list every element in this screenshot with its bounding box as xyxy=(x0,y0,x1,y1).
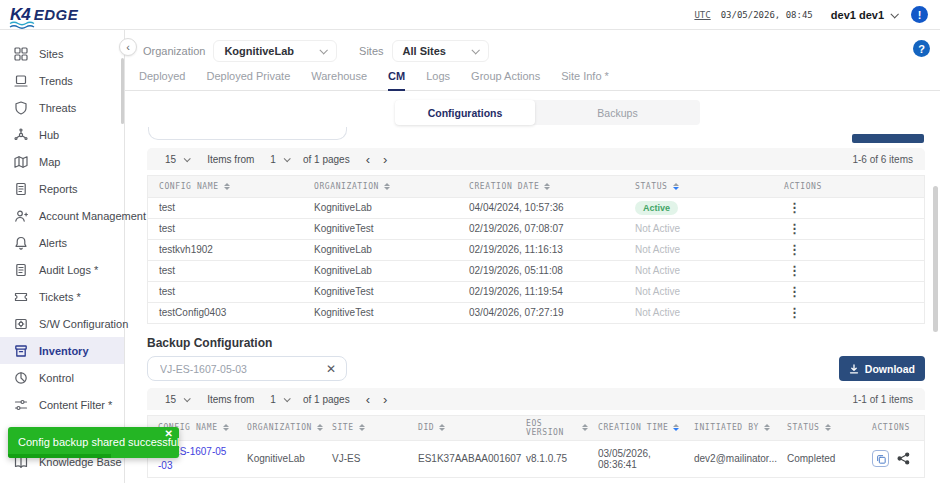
column-actions: ACTIONS xyxy=(773,176,924,197)
kebab-menu-icon[interactable]: ⋮ xyxy=(784,200,805,215)
sort-icon[interactable] xyxy=(764,424,770,431)
column-did[interactable]: DID xyxy=(408,416,516,440)
window-scrollbar[interactable] xyxy=(933,186,938,332)
document-icon xyxy=(14,262,29,277)
config-table-row: testKognitiveLab02/19/2026, 05:11:08Not … xyxy=(148,260,924,281)
sidebar-nav: Sites Trends Threats Hub Map Reports Acc… xyxy=(0,30,125,483)
kebab-menu-icon[interactable]: ⋮ xyxy=(784,284,805,299)
page-size-select[interactable]: 15 xyxy=(165,154,189,165)
sort-icon[interactable] xyxy=(582,424,588,431)
sidebar-item-sites[interactable]: Sites xyxy=(0,40,124,67)
close-icon[interactable]: ✕ xyxy=(165,428,173,439)
sidebar-item-kontrol[interactable]: Kontrol xyxy=(0,364,124,391)
user-menu[interactable]: dev1 dev1 xyxy=(831,9,884,21)
tab-deployed[interactable]: Deployed xyxy=(139,62,185,90)
organization-select[interactable]: KognitiveLab xyxy=(213,40,337,62)
actions-cell: ⋮ xyxy=(773,218,924,239)
tab-site-info[interactable]: Site Info * xyxy=(561,62,609,90)
chevron-down-icon xyxy=(320,46,328,54)
sidebar-item-inventory[interactable]: Inventory xyxy=(0,337,124,364)
column-status[interactable]: STATUS xyxy=(624,176,773,197)
toggle-backups[interactable]: Backups xyxy=(535,100,700,125)
prev-page-button[interactable]: ‹ xyxy=(366,393,370,406)
tab-logs[interactable]: Logs xyxy=(426,62,450,90)
kebab-menu-icon[interactable]: ⋮ xyxy=(784,263,805,278)
help-icon[interactable]: ? xyxy=(913,40,930,57)
status-cell: Not Active xyxy=(624,239,773,260)
configurations-table: CONFIG NAME ORGANIZATION CREATION DATE S… xyxy=(148,176,924,323)
sites-select[interactable]: All Sites xyxy=(392,40,489,62)
sidebar-item-hub[interactable]: Hub xyxy=(0,121,124,148)
tab-group-actions[interactable]: Group Actions xyxy=(471,62,540,90)
sidebar-item-threats[interactable]: Threats xyxy=(0,94,124,121)
config-table-header-row: CONFIG NAME ORGANIZATION CREATION DATE S… xyxy=(148,176,924,197)
page-select[interactable]: 1 xyxy=(270,394,289,405)
kebab-menu-icon[interactable]: ⋮ xyxy=(784,242,805,257)
sidebar-item-reports[interactable]: Reports xyxy=(0,175,124,202)
sort-icon[interactable] xyxy=(544,183,550,190)
organization-label: Organization xyxy=(143,45,205,57)
status-text: Not Active xyxy=(635,286,680,297)
sidebar-item-map[interactable]: Map xyxy=(0,148,124,175)
timezone-toggle[interactable]: UTC xyxy=(694,10,710,20)
organization-cell: KognitiveLab xyxy=(303,197,458,218)
share-icon[interactable] xyxy=(897,452,910,465)
sort-icon[interactable] xyxy=(384,183,390,190)
next-page-button[interactable]: › xyxy=(383,153,387,166)
alert-badge-icon[interactable]: ! xyxy=(911,6,928,23)
next-page-button[interactable]: › xyxy=(383,393,387,406)
column-creation-date[interactable]: CREATION DATE xyxy=(458,176,624,197)
backup-search-input[interactable] xyxy=(148,363,316,375)
cropped-search-input[interactable] xyxy=(148,127,347,140)
eos-version-cell: v8.1.0.75 xyxy=(516,440,588,477)
toggle-configurations[interactable]: Configurations xyxy=(395,100,535,125)
sidebar-scrollbar[interactable] xyxy=(121,58,124,124)
sidebar-collapse-button[interactable]: ‹ xyxy=(119,38,137,56)
items-range-label: 1-6 of 6 items xyxy=(852,154,913,165)
copy-icon[interactable] xyxy=(872,450,889,467)
backups-table: CONFIG NAME ORGANIZATION SITE DID EOS VE… xyxy=(148,416,924,477)
sidebar-item-audit-logs[interactable]: Audit Logs * xyxy=(0,256,124,283)
toast-notification: Config backup shared successfully ✕ xyxy=(8,427,179,458)
column-initiated-by[interactable]: INITIATED BY xyxy=(684,416,777,440)
creation-date-cell: 03/04/2026, 07:27:19 xyxy=(458,302,624,323)
page-size-select[interactable]: 15 xyxy=(165,394,189,405)
sort-icon[interactable] xyxy=(825,424,831,431)
kebab-menu-icon[interactable]: ⋮ xyxy=(784,221,805,236)
sort-icon[interactable] xyxy=(359,424,365,431)
sort-icon-active[interactable] xyxy=(673,424,679,431)
backups-card: 15 Items from 1 of 1 pages ‹ › 1-1 of 1 … xyxy=(147,388,925,478)
chevron-down-icon[interactable] xyxy=(890,10,898,18)
sort-icon[interactable] xyxy=(224,183,230,190)
download-button[interactable]: Download xyxy=(839,356,925,381)
sidebar-item-tickets[interactable]: Tickets * xyxy=(0,283,124,310)
creation-date-cell: 02/19/2026, 11:19:54 xyxy=(458,281,624,302)
sort-icon-active[interactable] xyxy=(673,183,679,190)
column-creation-time[interactable]: CREATION TIME xyxy=(588,416,684,440)
kebab-menu-icon[interactable]: ⋮ xyxy=(784,305,805,320)
prev-page-button[interactable]: ‹ xyxy=(366,153,370,166)
column-organization[interactable]: ORGANIZATION xyxy=(237,416,322,440)
column-organization[interactable]: ORGANIZATION xyxy=(303,176,458,197)
sort-icon[interactable] xyxy=(223,424,229,431)
sidebar-item-alerts[interactable]: Alerts xyxy=(0,229,124,256)
column-eos-version[interactable]: EOS VERSION xyxy=(516,416,588,440)
tab-cm[interactable]: CM xyxy=(388,62,405,91)
sidebar-item-content-filter[interactable]: Content Filter * xyxy=(0,391,124,418)
clear-search-icon[interactable]: ✕ xyxy=(316,362,346,376)
sort-icon[interactable] xyxy=(317,424,323,431)
column-status[interactable]: STATUS xyxy=(777,416,862,440)
sidebar-item-sw-configuration[interactable]: S/W Configuration xyxy=(0,310,124,337)
sidebar-item-trends[interactable]: Trends xyxy=(0,67,124,94)
sort-icon[interactable] xyxy=(439,424,445,431)
page-select[interactable]: 1 xyxy=(270,154,289,165)
sidebar-item-account-management[interactable]: Account Management xyxy=(0,202,124,229)
column-config-name[interactable]: CONFIG NAME xyxy=(148,176,303,197)
bell-icon xyxy=(14,235,29,250)
tab-warehouse[interactable]: Warehouse xyxy=(311,62,367,90)
tab-deployed-private[interactable]: Deployed Private xyxy=(206,62,290,90)
did-cell: ES1K37AABAA001607 xyxy=(408,440,516,477)
cropped-action-button[interactable] xyxy=(852,134,924,143)
map-icon xyxy=(14,154,29,169)
column-site[interactable]: SITE xyxy=(322,416,408,440)
